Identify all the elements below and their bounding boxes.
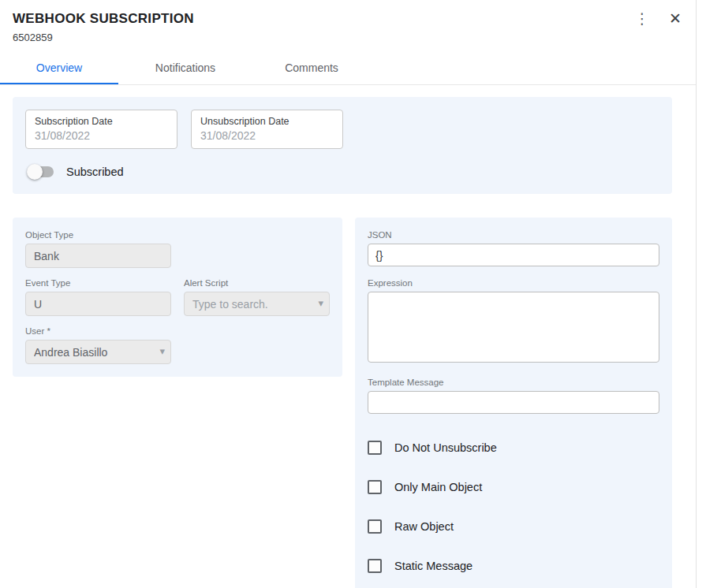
object-type-group: Object Type: [25, 230, 330, 268]
date-fields-row: Subscription Date 31/08/2022 Unsubscript…: [25, 110, 659, 149]
tab-notifications[interactable]: Notifications: [118, 53, 252, 84]
dialog-header: WEBHOOK SUBSCRIPTION 6502859 ⋮ ✕: [0, 0, 706, 50]
user-label: User *: [25, 326, 330, 336]
tab-overview[interactable]: Overview: [0, 53, 118, 84]
details-panel: Object Type Event Type Alert Script ▾: [13, 218, 342, 377]
tab-bar: Overview Notifications Comments: [0, 53, 706, 85]
subscribed-toggle-label: Subscribed: [66, 166, 124, 178]
subscription-date-value: 31/08/2022: [35, 129, 168, 142]
subscribed-toggle-row: Subscribed: [25, 162, 659, 181]
template-message-input[interactable]: [368, 391, 659, 414]
page-edge-divider: [696, 0, 706, 588]
message-panel: JSON Expression Template Message Do Not …: [355, 218, 672, 588]
subscription-date-field[interactable]: Subscription Date 31/08/2022: [25, 110, 177, 149]
event-type-input[interactable]: [25, 292, 171, 316]
subscription-date-label: Subscription Date: [35, 116, 168, 127]
checkbox-icon[interactable]: [368, 519, 382, 534]
checkbox-icon[interactable]: [368, 480, 382, 494]
event-type-group: Event Type: [25, 278, 171, 316]
object-type-input[interactable]: [25, 244, 171, 268]
close-icon[interactable]: ✕: [665, 8, 685, 28]
json-label: JSON: [368, 230, 659, 240]
unsubscription-date-field[interactable]: Unsubscription Date 31/08/2022: [191, 110, 343, 149]
expression-group: Expression: [368, 278, 659, 366]
user-select[interactable]: ▾: [25, 340, 171, 364]
event-type-label: Event Type: [25, 278, 171, 288]
checkbox-raw-object[interactable]: Raw Object: [368, 519, 659, 534]
json-group: JSON: [368, 230, 659, 266]
unsubscription-date-value: 31/08/2022: [200, 129, 334, 142]
tab-comments[interactable]: Comments: [252, 53, 371, 84]
header-actions: ⋮ ✕: [632, 8, 685, 28]
object-type-label: Object Type: [25, 230, 330, 240]
alert-script-label: Alert Script: [184, 278, 330, 288]
record-id: 6502859: [13, 32, 693, 43]
checkbox-label: Raw Object: [394, 520, 454, 533]
checkbox-label: Static Message: [394, 560, 473, 572]
kebab-menu-icon[interactable]: ⋮: [632, 8, 652, 28]
webhook-subscription-dialog: WEBHOOK SUBSCRIPTION 6502859 ⋮ ✕ Overvie…: [0, 0, 706, 588]
template-message-label: Template Message: [368, 378, 659, 387]
checkbox-icon[interactable]: [368, 559, 382, 573]
user-input[interactable]: [25, 340, 171, 364]
checkbox-static-message[interactable]: Static Message: [368, 559, 659, 573]
overview-content: Subscription Date 31/08/2022 Unsubscript…: [0, 85, 685, 588]
page-title: WEBHOOK SUBSCRIPTION: [13, 11, 693, 27]
checkbox-label: Do Not Unsubscribe: [394, 441, 497, 454]
checkbox-label: Only Main Object: [394, 481, 482, 493]
lower-panels: Object Type Event Type Alert Script ▾: [13, 218, 672, 588]
subscription-panel: Subscription Date 31/08/2022 Unsubscript…: [13, 97, 672, 194]
json-input[interactable]: [368, 244, 659, 266]
option-checkboxes: Do Not Unsubscribe Only Main Object Raw …: [368, 441, 659, 573]
expression-label: Expression: [368, 278, 659, 288]
event-alert-row: Event Type Alert Script ▾: [25, 278, 330, 316]
subscribed-toggle[interactable]: [27, 164, 55, 180]
expression-textarea[interactable]: [368, 292, 659, 363]
unsubscription-date-label: Unsubscription Date: [200, 116, 334, 127]
checkbox-do-not-unsubscribe[interactable]: Do Not Unsubscribe: [368, 441, 659, 455]
alert-script-select[interactable]: ▾: [184, 292, 330, 316]
user-group: User * ▾: [25, 326, 330, 364]
checkbox-icon[interactable]: [368, 441, 382, 455]
toggle-thumb-icon: [27, 164, 43, 180]
checkbox-only-main-object[interactable]: Only Main Object: [368, 480, 659, 494]
template-message-group: Template Message: [368, 378, 659, 414]
alert-script-input[interactable]: [184, 292, 330, 316]
alert-script-group: Alert Script ▾: [184, 278, 330, 316]
